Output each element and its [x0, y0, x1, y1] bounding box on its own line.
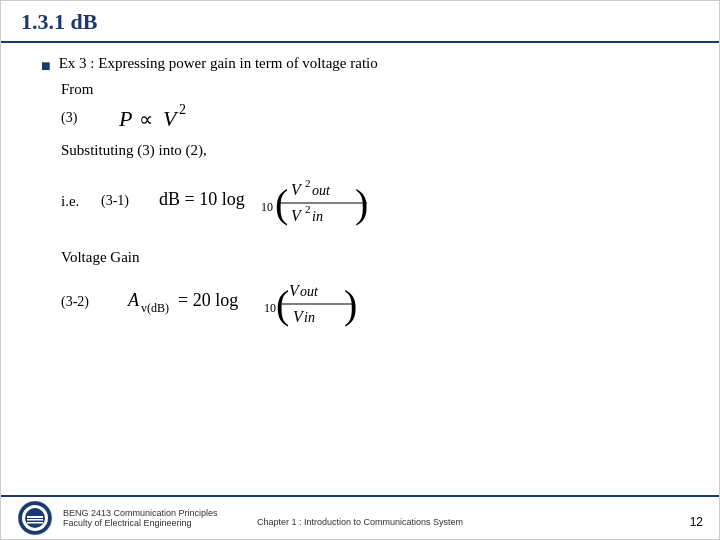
- svg-text:V: V: [291, 207, 303, 224]
- svg-text:V: V: [163, 106, 179, 131]
- svg-rect-29: [27, 516, 43, 518]
- svg-text:V: V: [291, 181, 303, 198]
- formula-p-v2: P ∝ V 2: [117, 100, 207, 136]
- bullet-icon: ■: [41, 57, 51, 75]
- formula-db-32: A v(dB) = 20 log 10 V out V in ( ): [126, 268, 376, 336]
- svg-text:out: out: [312, 183, 331, 198]
- footer-page: 12: [690, 515, 703, 529]
- svg-text:(: (: [276, 282, 289, 327]
- svg-text:10: 10: [261, 200, 273, 214]
- svg-rect-31: [27, 522, 43, 524]
- eq3-row: (3) P ∝ V 2: [61, 100, 689, 136]
- svg-text:10: 10: [264, 301, 276, 315]
- svg-text:v(dB): v(dB): [141, 301, 169, 315]
- svg-text:∝: ∝: [139, 108, 153, 130]
- svg-text:2: 2: [179, 102, 186, 117]
- formula-db-31: dB = 10 log 10 V 2 out V 2 in ( ): [157, 167, 387, 235]
- eq3-num: (3): [61, 110, 101, 126]
- svg-text:): ): [344, 282, 357, 327]
- svg-text:2: 2: [305, 203, 311, 215]
- subst-text: Substituting (3) into (2),: [61, 142, 689, 159]
- vgain-label: Voltage Gain: [61, 249, 139, 266]
- svg-text:out: out: [300, 284, 319, 299]
- slide: 1.3.1 dB ■ Ex 3 : Expressing power gain …: [0, 0, 720, 540]
- from-row: From: [61, 81, 689, 98]
- vgain-num-row: (3-2) A v(dB) = 20 log 10 V out V in ( ): [61, 268, 689, 336]
- svg-text:A: A: [127, 290, 140, 310]
- header-bar: 1.3.1 dB: [1, 1, 719, 43]
- ex-bullet-row: ■ Ex 3 : Expressing power gain in term o…: [41, 55, 689, 75]
- eq31-num: (3-1): [101, 193, 141, 209]
- svg-text:P: P: [118, 106, 132, 131]
- svg-text:2: 2: [305, 177, 311, 189]
- footer-chapter: Chapter 1 : Introduction to Communicatio…: [257, 517, 463, 527]
- svg-text:): ): [355, 181, 368, 226]
- ex-text: Ex 3 : Expressing power gain in term of …: [59, 55, 378, 72]
- ie-label: i.e.: [61, 193, 101, 210]
- footer: BENG 2413 Communication Principles Facul…: [1, 495, 719, 539]
- university-logo: [17, 500, 53, 536]
- vgain-row: Voltage Gain: [61, 249, 689, 266]
- slide-title: 1.3.1 dB: [21, 9, 97, 35]
- svg-text:in: in: [304, 310, 315, 325]
- eq32-num: (3-2): [61, 294, 116, 310]
- from-label: From: [61, 81, 101, 98]
- svg-text:= 20 log: = 20 log: [178, 290, 238, 310]
- content-area: ■ Ex 3 : Expressing power gain in term o…: [1, 43, 719, 346]
- svg-text:dB = 10 log: dB = 10 log: [159, 189, 245, 209]
- ie-row: i.e. (3-1) dB = 10 log 10 V 2 out V 2 in…: [61, 167, 689, 235]
- svg-text:(: (: [275, 181, 288, 226]
- svg-rect-30: [27, 519, 43, 521]
- svg-text:in: in: [312, 209, 323, 224]
